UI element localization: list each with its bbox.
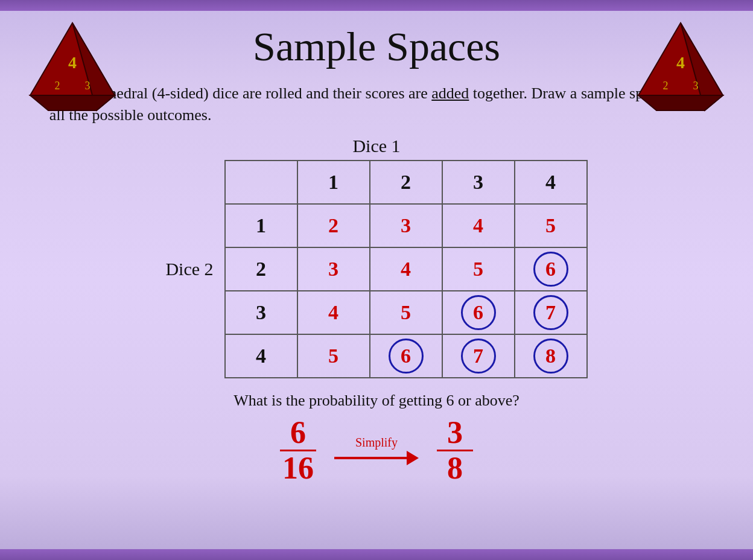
cell-2-1: 3 bbox=[297, 247, 370, 291]
fraction-before: 6 16 bbox=[280, 417, 316, 484]
dice2-label: Dice 2 bbox=[165, 259, 213, 279]
cell-4-2: 6 bbox=[370, 334, 442, 378]
table-section: Dice 1 Dice 2 1 2 3 4 1 2 3 4 5 bbox=[24, 136, 729, 378]
bullet-item: • Two tetrahedral (4-sided) dice are rol… bbox=[36, 83, 729, 127]
cell-4-3: 7 bbox=[442, 334, 515, 378]
svg-text:4: 4 bbox=[68, 53, 77, 72]
cell-4-1: 5 bbox=[297, 334, 370, 378]
fraction-after-numerator: 3 bbox=[447, 417, 463, 448]
col-header-2: 2 bbox=[370, 161, 442, 204]
fraction-row: 6 16 Simplify 3 8 bbox=[24, 417, 729, 484]
simplify-arrow: Simplify bbox=[334, 436, 419, 465]
cell-4-4: 8 bbox=[515, 334, 587, 378]
circle-marker bbox=[533, 295, 568, 330]
fraction-after-denominator: 8 bbox=[447, 453, 463, 484]
table-row: 2 3 4 5 6 bbox=[225, 247, 587, 291]
svg-text:3: 3 bbox=[693, 80, 699, 92]
table-wrapper: Dice 2 1 2 3 4 1 2 3 4 5 bbox=[165, 160, 587, 378]
table-header-row: 1 2 3 4 bbox=[225, 161, 587, 204]
cell-2-2: 4 bbox=[370, 247, 442, 291]
cell-1-3: 4 bbox=[442, 204, 515, 247]
svg-text:2: 2 bbox=[663, 80, 669, 92]
arrow-body bbox=[334, 457, 407, 459]
table-row: 4 5 6 7 8 bbox=[225, 334, 587, 378]
circle-marker bbox=[533, 252, 568, 287]
table-row: 3 4 5 6 7 bbox=[225, 291, 587, 334]
corner-cell bbox=[225, 161, 297, 204]
svg-marker-8 bbox=[638, 95, 723, 110]
dice1-label: Dice 1 bbox=[352, 136, 400, 156]
fraction-after: 3 8 bbox=[437, 417, 473, 484]
cell-3-4: 7 bbox=[515, 291, 587, 334]
svg-text:3: 3 bbox=[85, 80, 91, 92]
dice-right-image: 4 2 3 bbox=[632, 17, 729, 113]
col-header-3: 3 bbox=[442, 161, 515, 204]
bullet-section: • Two tetrahedral (4-sided) dice are rol… bbox=[36, 83, 729, 127]
dice-left-image: 4 2 3 bbox=[24, 17, 121, 113]
circle-marker bbox=[461, 295, 496, 330]
cell-2-3: 5 bbox=[442, 247, 515, 291]
underline-word: added bbox=[431, 84, 469, 102]
row-header-1: 1 bbox=[225, 204, 297, 247]
svg-text:4: 4 bbox=[676, 53, 685, 72]
cell-1-4: 5 bbox=[515, 204, 587, 247]
main-content: 4 2 3 Sample Spaces 4 2 3 • Two tetrahed… bbox=[0, 11, 753, 549]
sample-space-table: 1 2 3 4 1 2 3 4 5 2 3 4 5 bbox=[224, 160, 588, 378]
simplify-label: Simplify bbox=[355, 436, 398, 450]
arrow-head bbox=[407, 451, 419, 465]
cell-3-1: 4 bbox=[297, 291, 370, 334]
circle-marker bbox=[533, 339, 568, 374]
svg-text:2: 2 bbox=[55, 80, 60, 92]
top-bar bbox=[0, 0, 753, 11]
cell-3-2: 5 bbox=[370, 291, 442, 334]
fraction-before-numerator: 6 bbox=[290, 417, 306, 448]
circle-marker bbox=[389, 339, 424, 374]
arrow-line bbox=[334, 451, 419, 465]
cell-1-2: 3 bbox=[370, 204, 442, 247]
probability-section: What is the probability of getting 6 or … bbox=[24, 392, 729, 484]
cell-2-4: 6 bbox=[515, 247, 587, 291]
header: 4 2 3 Sample Spaces 4 2 3 bbox=[24, 23, 729, 71]
svg-marker-2 bbox=[30, 95, 115, 110]
page-title: Sample Spaces bbox=[253, 23, 500, 71]
row-header-2: 2 bbox=[225, 247, 297, 291]
circle-marker bbox=[461, 339, 496, 374]
cell-3-3: 6 bbox=[442, 291, 515, 334]
bullet-text: Two tetrahedral (4-sided) dice are rolle… bbox=[49, 83, 729, 127]
col-header-4: 4 bbox=[515, 161, 587, 204]
cell-1-1: 2 bbox=[297, 204, 370, 247]
table-row: 1 2 3 4 5 bbox=[225, 204, 587, 247]
fraction-before-denominator: 16 bbox=[282, 453, 314, 484]
probability-question: What is the probability of getting 6 or … bbox=[24, 392, 729, 410]
col-header-1: 1 bbox=[297, 161, 370, 204]
row-header-4: 4 bbox=[225, 334, 297, 378]
bottom-bar bbox=[0, 549, 753, 560]
row-header-3: 3 bbox=[225, 291, 297, 334]
